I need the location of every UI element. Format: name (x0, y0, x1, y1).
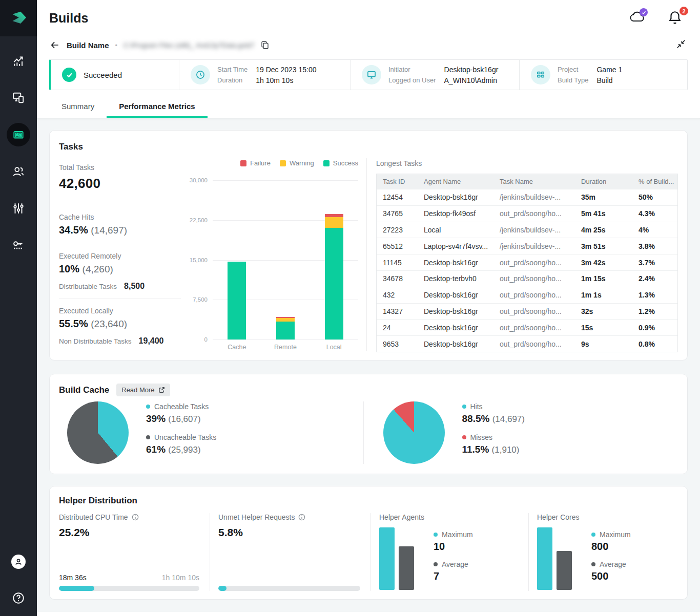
notifications-button[interactable]: 2 (668, 10, 686, 26)
sidebar-item-builds[interactable] (0, 116, 37, 153)
status-text: Succeeded (84, 71, 122, 79)
bar-remote (276, 180, 295, 339)
helper-agents-section: Helper Agents Maximum 10 Av (370, 513, 528, 591)
col-header-task-id[interactable]: Task ID (377, 178, 418, 185)
help-icon[interactable] (12, 591, 25, 605)
status-section: Succeeded (51, 60, 179, 90)
table-row[interactable]: 27223Local/jenkins/buildsev-...4m 25s4% (377, 222, 677, 238)
legend-item: Failure (240, 159, 271, 167)
table-cell: out_prd/soong/ho... (493, 324, 575, 332)
y-axis-labels: 30,00022,50015,0007,5000 (187, 180, 213, 339)
info-icon[interactable] (298, 514, 305, 521)
success-check-icon (62, 68, 76, 82)
cloud-status-button[interactable] (629, 10, 647, 26)
table-cell: 1.3% (632, 291, 677, 299)
bar-segment-warning (325, 217, 343, 228)
cyan-dot-icon (146, 405, 150, 409)
gridline (213, 339, 358, 340)
cyan-dot-icon (434, 533, 438, 537)
table-row[interactable]: 34765Desktop-fk49osfout_prd/soong/ho...5… (377, 205, 677, 222)
helper-distribution-card: Helper Distribution Distributed CPU Time… (49, 486, 688, 600)
helper-distribution-title: Helper Distribution (59, 496, 678, 506)
table-cell: 3.8% (632, 242, 677, 250)
field-value: 1h 10m 10s (256, 76, 316, 84)
col-header-duration[interactable]: Duration (575, 178, 632, 185)
back-button[interactable] (49, 39, 60, 51)
cores-average-legend: Average 500 (591, 560, 631, 582)
table-row[interactable]: 432Desktop-bsk16grout_prd/soong/ho...1m … (377, 287, 677, 303)
sidebar-nav (0, 36, 37, 264)
non-distributable-tasks: Non Distributable Tasks19,400 (59, 336, 187, 346)
table-cell: Desktop-bsk16gr (418, 340, 493, 348)
table-row[interactable]: 65512Laptop-sv4r7f4vsv.../jenkins/builds… (377, 238, 677, 254)
table-cell: 34765 (377, 209, 418, 218)
cyan-dot-icon (591, 533, 595, 537)
table-cell: 35m (575, 193, 632, 201)
table-cell: 4% (632, 226, 677, 234)
initiator-section: Initiator Desktop-bsk16gr Logged on User… (350, 60, 519, 90)
check-icon (66, 72, 73, 78)
gray-dot-icon (434, 562, 438, 566)
cache-hits-section: Hits 88.5% (14,697) Misses 11.5% (1,910) (363, 401, 678, 464)
distributed-cpu-time-section: Distributed CPU Time 25.2% 18m 36s 1h 10… (59, 513, 210, 591)
bottom-strip (37, 612, 700, 616)
copy-button[interactable] (260, 40, 270, 50)
sidebar-item-users[interactable] (0, 153, 37, 190)
user-avatar[interactable] (11, 555, 26, 569)
sidebar-item-settings[interactable] (0, 190, 37, 227)
table-row[interactable]: 11145Desktop-bsk16grout_prd/soong/ho...3… (377, 254, 677, 270)
longest-tasks-title: Longest Tasks (376, 159, 678, 167)
table-row[interactable]: 9653Desktop-bsk16grout_prd/soong/ho...9s… (377, 335, 677, 352)
divider (59, 244, 181, 244)
table-cell: 50% (632, 193, 677, 201)
collapse-button[interactable] (676, 39, 686, 51)
table-row[interactable]: 34678Desktop-terbvh0out_prd/soong/ho...1… (377, 270, 677, 287)
grid-glyph (536, 70, 546, 80)
field-label: Build Type (558, 76, 588, 84)
sidebar-item-analytics[interactable] (0, 43, 37, 79)
helper-cores-section: Helper Cores Maximum 800 Av (528, 513, 678, 591)
table-cell: 4m 25s (575, 226, 632, 234)
table-row[interactable]: 24Desktop-bsk16grout_prd/soong/ho...15s0… (377, 319, 677, 335)
read-more-button[interactable]: Read More (116, 384, 170, 396)
x-axis-labels: CacheRemoteLocal (213, 344, 358, 351)
field-label: Logged on User (388, 76, 436, 84)
cores-maximum-legend: Maximum 800 (591, 530, 631, 553)
table-cell: 3m 51s (575, 242, 632, 250)
tasks-bar-chart: FailureWarningSuccess 30,00022,50015,000… (187, 158, 366, 351)
table-row[interactable]: 14327Desktop-bsk16grout_prd/soong/ho...3… (377, 303, 677, 320)
distributed-cpu-time-value: 25.2% (59, 526, 199, 539)
bar-cache (228, 180, 246, 339)
y-tick-label: 22,500 (190, 217, 208, 223)
unmet-requests-progress-fill (218, 586, 227, 591)
tab-summary[interactable]: Summary (49, 97, 107, 118)
col-header-task-name[interactable]: Task Name (493, 178, 575, 185)
tasks-stats: Total Tasks 42,600 Cache Hits 34.5% (14,… (59, 158, 187, 351)
legend-item: Warning (280, 159, 314, 167)
table-header-row: Task ID Agent Name Task Name Duration % … (377, 174, 677, 189)
table-cell: 14327 (377, 307, 418, 315)
info-icon[interactable] (132, 514, 139, 521)
field-label: Initiator (388, 66, 436, 73)
app-logo[interactable] (0, 0, 37, 36)
person-icon (14, 557, 23, 566)
table-cell: Desktop-bsk16gr (418, 291, 493, 299)
sidebar-item-agents[interactable] (0, 79, 37, 116)
collapse-arrows-icon (676, 39, 686, 49)
gray-dot-icon (146, 435, 150, 439)
table-cell: 0.8% (632, 340, 677, 348)
table-row[interactable]: 12454Desktop-bsk16gr/jenkins/buildsev-..… (377, 189, 677, 205)
y-tick-label: 0 (204, 336, 208, 343)
total-tasks-value: 42,600 (59, 176, 187, 192)
table-cell: Desktop-bsk16gr (418, 259, 493, 267)
hits-legend: Hits 88.5% (14,697) (462, 402, 525, 424)
col-header-pct-of-build[interactable]: % of Build... (632, 178, 677, 185)
tab-performance-metrics[interactable]: Performance Metrics (107, 97, 207, 118)
sidebar-item-license[interactable] (0, 227, 37, 264)
col-header-agent-name[interactable]: Agent Name (418, 178, 493, 185)
field-value: Desktop-bsk16gr (444, 66, 499, 74)
table-cell: out_prd/soong/ho... (493, 259, 575, 267)
table-cell: 1m 15s (575, 274, 632, 283)
table-cell: 1m 1s (575, 291, 632, 299)
table-cell: 432 (377, 291, 418, 299)
